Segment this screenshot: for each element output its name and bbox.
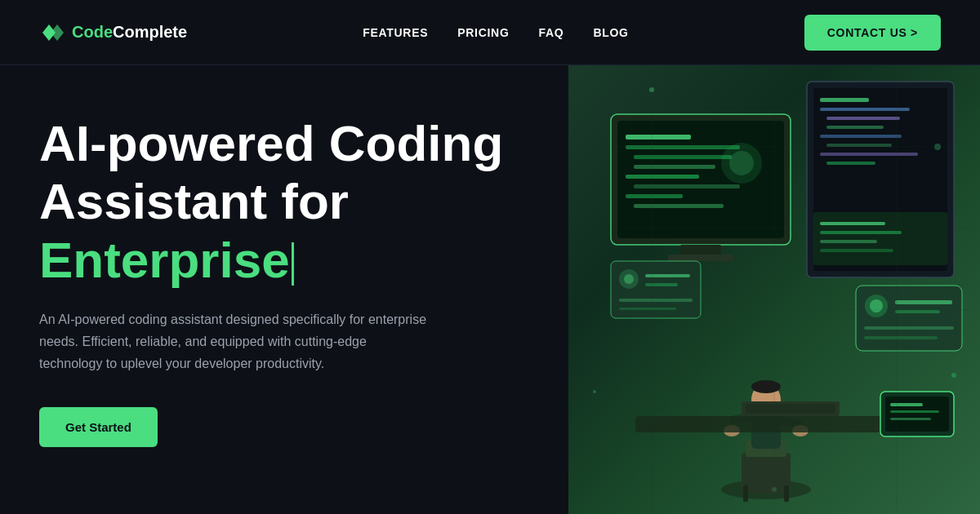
svg-rect-15 <box>668 255 733 261</box>
logo[interactable]: CodeComplete <box>39 20 187 46</box>
svg-rect-5 <box>626 145 740 149</box>
nav-item-faq[interactable]: FAQ <box>539 25 564 40</box>
svg-rect-21 <box>826 126 884 129</box>
svg-rect-61 <box>885 397 949 432</box>
svg-rect-22 <box>820 135 902 138</box>
svg-rect-35 <box>895 310 940 313</box>
hero-title: AI-powered Coding Assistant for Enterpri… <box>39 114 529 289</box>
svg-rect-37 <box>864 336 938 339</box>
svg-rect-44 <box>619 308 676 310</box>
hero-cta-button[interactable]: Get Started <box>39 407 158 447</box>
svg-rect-4 <box>626 135 691 140</box>
svg-rect-36 <box>864 326 954 330</box>
svg-rect-7 <box>634 165 715 169</box>
svg-rect-26 <box>813 212 947 265</box>
svg-rect-18 <box>820 98 869 102</box>
svg-rect-34 <box>895 300 952 304</box>
navbar: CodeComplete FEATURES PRICING FAQ BLOG C… <box>0 0 980 65</box>
svg-point-13 <box>729 151 754 175</box>
nav-item-pricing[interactable]: PRICING <box>457 25 509 40</box>
hero-section: AI-powered Coding Assistant for Enterpri… <box>0 65 980 514</box>
svg-rect-59 <box>746 404 835 414</box>
svg-rect-49 <box>784 485 789 502</box>
svg-rect-31 <box>856 286 962 351</box>
svg-rect-11 <box>634 204 724 208</box>
svg-rect-63 <box>890 410 939 413</box>
svg-point-68 <box>593 390 596 393</box>
logo-text: CodeComplete <box>72 23 187 42</box>
svg-rect-48 <box>743 485 748 502</box>
svg-rect-64 <box>890 418 931 420</box>
svg-point-40 <box>624 274 634 284</box>
nav-link-blog[interactable]: BLOG <box>593 26 628 39</box>
svg-rect-25 <box>826 162 875 165</box>
nav-item-blog[interactable]: BLOG <box>593 25 628 40</box>
hero-illustration-svg <box>568 65 980 514</box>
svg-rect-14 <box>680 245 721 255</box>
svg-rect-10 <box>626 194 683 198</box>
svg-point-52 <box>751 380 781 393</box>
svg-rect-62 <box>890 403 923 406</box>
nav-link-pricing[interactable]: PRICING <box>457 26 509 39</box>
svg-marker-1 <box>51 24 64 41</box>
svg-rect-24 <box>820 153 918 156</box>
svg-rect-43 <box>619 299 693 302</box>
svg-rect-46 <box>742 453 791 494</box>
cursor-blink <box>292 242 294 286</box>
svg-rect-23 <box>826 144 892 147</box>
svg-rect-19 <box>820 108 910 111</box>
hero-title-highlight: Enterprise <box>39 232 290 288</box>
svg-point-33 <box>870 299 883 312</box>
svg-rect-30 <box>820 249 893 252</box>
svg-rect-42 <box>645 283 678 286</box>
logo-icon <box>39 20 65 46</box>
hero-illustration <box>568 65 980 514</box>
hero-content: AI-powered Coding Assistant for Enterpri… <box>0 65 568 514</box>
svg-rect-9 <box>634 184 740 188</box>
nav-link-features[interactable]: FEATURES <box>363 26 428 39</box>
svg-rect-8 <box>626 175 699 179</box>
illustration-background <box>568 65 980 514</box>
nav-links: FEATURES PRICING FAQ BLOG <box>363 25 628 40</box>
nav-item-features[interactable]: FEATURES <box>363 25 428 40</box>
svg-point-67 <box>951 373 956 378</box>
contact-button[interactable]: CONTACT US > <box>804 15 941 51</box>
svg-rect-29 <box>820 240 877 243</box>
nav-link-faq[interactable]: FAQ <box>539 26 564 39</box>
svg-rect-6 <box>634 155 732 159</box>
svg-rect-27 <box>820 222 885 225</box>
svg-rect-28 <box>820 231 902 234</box>
hero-description: An AI-powered coding assistant designed … <box>39 308 431 375</box>
svg-rect-20 <box>826 117 900 120</box>
